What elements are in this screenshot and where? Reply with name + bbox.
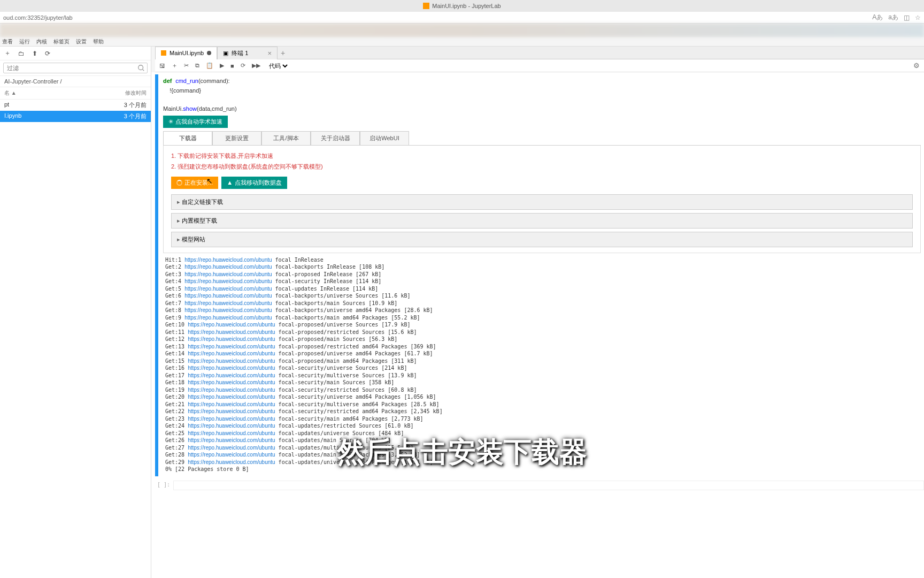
empty-editor[interactable]: [173, 481, 924, 490]
translate-icon[interactable]: aあ: [888, 13, 898, 22]
restart-icon[interactable]: ⟳: [241, 62, 245, 69]
notebook-toolbar: 🖫 ＋ ✂ ⧉ 📋 ▶ ■ ⟳ ▶▶ 代码 ⚙: [155, 59, 924, 72]
install-button[interactable]: 正在安装...: [171, 177, 218, 189]
menu-item[interactable]: 帮助: [93, 38, 104, 45]
file-name: pt: [4, 101, 9, 109]
tip-1: 1. 下载前记得安装下载器,开启学术加速: [171, 151, 913, 162]
document-tabs: MainUI.ipynb ▣ 终端 1 × +: [155, 47, 924, 59]
accordion-model-site[interactable]: 模型网站: [171, 232, 913, 247]
copy-icon[interactable]: ⧉: [195, 62, 199, 69]
notebook-icon: [161, 50, 166, 56]
col-name[interactable]: 名 ▲: [4, 89, 17, 97]
reader-icon[interactable]: Aあ: [872, 13, 883, 22]
new-folder-icon[interactable]: 🗀: [18, 50, 25, 57]
new-tab-button[interactable]: +: [278, 49, 288, 57]
tab-webui[interactable]: 启动WebUI: [360, 131, 409, 145]
empty-cell[interactable]: [ ]:: [155, 481, 924, 490]
file-filter: [0, 60, 151, 76]
cell-type-select[interactable]: 代码: [267, 62, 289, 70]
menu-item[interactable]: 标签页: [53, 38, 70, 45]
window-title: MainUI.ipynb - JupyterLab: [432, 3, 500, 9]
run-all-icon[interactable]: ▶▶: [252, 62, 260, 69]
tab-tools[interactable]: 工具/脚本: [261, 131, 311, 145]
move-disk-button[interactable]: ▲ 点我移动到数据盘: [221, 177, 287, 189]
accordion-custom-link[interactable]: 自定义链接下载: [171, 194, 913, 210]
cell-gutter: [155, 74, 158, 476]
file-time: 3 个月前: [124, 101, 147, 109]
tab-about[interactable]: 关于启动器: [311, 131, 360, 145]
file-time: 3 个月前: [124, 112, 147, 120]
sidebar-toggle-icon[interactable]: ◫: [904, 14, 910, 21]
tab-update[interactable]: 更新设置: [212, 131, 261, 145]
paste-icon[interactable]: 📋: [206, 62, 213, 69]
new-launcher-icon[interactable]: ＋: [4, 49, 11, 58]
tab-terminal[interactable]: ▣ 终端 1 ×: [217, 47, 278, 59]
tab-label: MainUI.ipynb: [170, 50, 204, 56]
file-row[interactable]: I.ipynb 3 个月前: [0, 111, 151, 122]
file-name: I.ipynb: [4, 112, 21, 120]
tips: 1. 下载前记得安装下载器,开启学术加速 2. 强烈建议您布移动到数据盘(系统盘…: [171, 151, 913, 172]
col-time[interactable]: 修改时间: [125, 89, 147, 97]
menu-item[interactable]: 运行: [19, 38, 30, 45]
spinner-icon: [176, 180, 182, 186]
sort-asc-icon: ▲: [11, 90, 17, 96]
bookmarks-bar: [0, 24, 924, 37]
jupyter-icon: [423, 3, 429, 9]
jupyter-menubar[interactable]: 查看 运行 内核 标签页 设置 帮助: [0, 37, 924, 47]
breadcrumb[interactable]: AI-Jupyter-Controller /: [0, 76, 151, 87]
add-cell-icon[interactable]: ＋: [172, 62, 178, 70]
main-content: MainUI.ipynb ▣ 终端 1 × + 🖫 ＋ ✂ ⧉ 📋 ▶ ■ ⟳ …: [151, 47, 924, 578]
code-editor[interactable]: def cmd_run(command): !{command} MainUi.…: [160, 74, 924, 116]
cell-prompt: [ ]:: [155, 481, 173, 490]
downloader-panel: 1. 下载前记得安装下载器,开启学术加速 2. 强烈建议您布移动到数据盘(系统盘…: [163, 146, 921, 253]
upload-icon[interactable]: ⬆: [32, 50, 37, 57]
addrbar-actions: Aあ aあ ◫ ☆: [872, 13, 921, 22]
widget-tabs: 下载器 更新设置 工具/脚本 关于启动器 启动WebUI: [163, 131, 921, 146]
tab-label: 终端 1: [232, 49, 248, 57]
stop-icon[interactable]: ■: [230, 63, 234, 69]
address-bar: oud.com:32352/jupyter/lab Aあ aあ ◫ ☆: [0, 12, 924, 24]
dirty-indicator-icon: [207, 51, 211, 55]
url-text[interactable]: oud.com:32352/jupyter/lab: [3, 14, 73, 21]
refresh-icon[interactable]: ⟳: [45, 50, 50, 57]
accelerate-button[interactable]: ✳ 点我自动学术加速: [163, 116, 228, 128]
window-titlebar: MainUI.ipynb - JupyterLab: [0, 0, 924, 12]
close-icon[interactable]: ×: [267, 49, 272, 57]
filter-input[interactable]: [3, 63, 148, 73]
favorite-icon[interactable]: ☆: [915, 14, 921, 21]
tab-downloader[interactable]: 下载器: [163, 131, 212, 145]
code-cell[interactable]: def cmd_run(command): !{command} MainUi.…: [155, 74, 924, 476]
accordion-builtin-model[interactable]: 内置模型下载: [171, 213, 913, 229]
save-icon[interactable]: 🖫: [159, 63, 165, 69]
sidebar-toolbar: ＋ 🗀 ⬆ ⟳: [0, 47, 151, 60]
menu-item[interactable]: 设置: [76, 38, 87, 45]
menu-item[interactable]: 内核: [36, 38, 47, 45]
cut-icon[interactable]: ✂: [184, 62, 189, 69]
tab-notebook[interactable]: MainUI.ipynb: [155, 47, 217, 59]
file-list-header: 名 ▲ 修改时间: [0, 87, 151, 100]
video-caption: 然后点击安装下载器: [337, 434, 587, 471]
file-row[interactable]: pt 3 个月前: [0, 100, 151, 111]
tip-2: 2. 强烈建议您布移动到数据盘(系统盘的空间不够下载模型): [171, 162, 913, 172]
output-widget: ✳ 点我自动学术加速 下载器 更新设置 工具/脚本 关于启动器 启动WebUI …: [160, 116, 924, 476]
menu-item[interactable]: 查看: [2, 38, 13, 45]
run-icon[interactable]: ▶: [220, 62, 224, 69]
notebook-body: def cmd_run(command): !{command} MainUi.…: [151, 72, 924, 578]
settings-icon[interactable]: ⚙: [913, 62, 920, 70]
terminal-icon: ▣: [223, 50, 228, 57]
file-browser-sidebar: ＋ 🗀 ⬆ ⟳ AI-Jupyter-Controller / 名 ▲ 修改时间…: [0, 47, 151, 578]
